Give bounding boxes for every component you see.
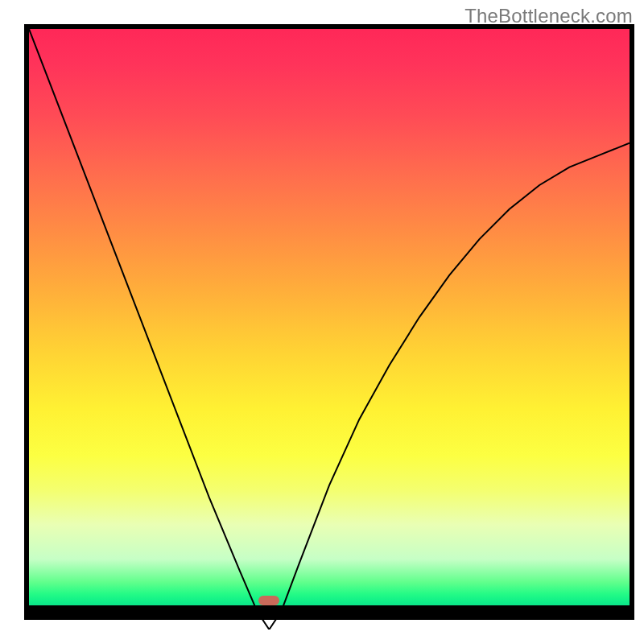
chart-frame: TheBottleneck.com	[0, 0, 644, 644]
curve-path	[29, 29, 630, 630]
watermark-text: TheBottleneck.com	[464, 5, 633, 27]
bottleneck-curve	[29, 29, 630, 630]
optimal-marker	[258, 596, 279, 605]
plot-border	[24, 24, 634, 620]
